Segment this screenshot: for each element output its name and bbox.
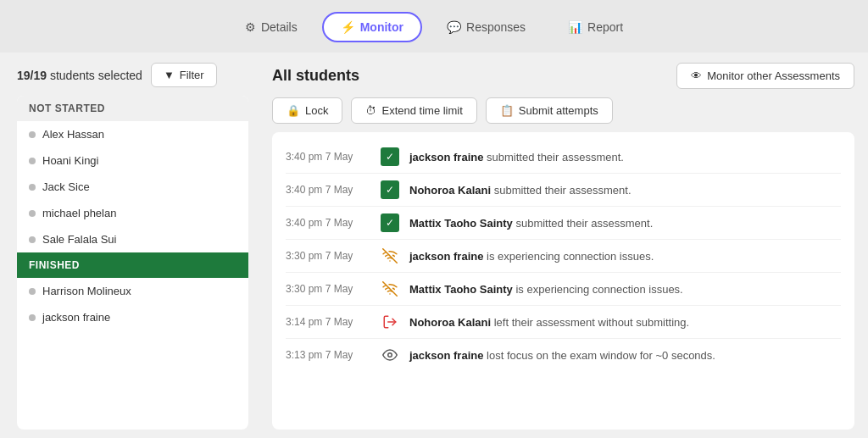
student-name: Jack Sice	[42, 180, 90, 193]
activity-time: 3:40 pm 7 May	[286, 217, 370, 229]
student-count-row: 19/19 students selected ▼ Filter	[17, 63, 248, 87]
activity-time: 3:14 pm 7 May	[286, 316, 370, 328]
activity-feed: 3:40 pm 7 May✓jackson fraine submitted t…	[272, 132, 854, 430]
activity-text: Mattix Taoho Sainty submitted their asse…	[409, 217, 841, 230]
status-dot	[29, 158, 36, 164]
student-name: Sale Falala Sui	[42, 233, 116, 246]
activity-text: jackson fraine submitted their assessmen…	[409, 151, 841, 164]
report-tab-icon: 📊	[568, 20, 582, 34]
activity-time: 3:30 pm 7 May	[286, 250, 370, 262]
activity-item: 3:40 pm 7 May✓jackson fraine submitted t…	[286, 141, 841, 174]
lock-label: Lock	[305, 104, 328, 117]
activity-item: 3:30 pm 7 MayMattix Taoho Sainty is expe…	[286, 273, 841, 306]
activity-text: Nohoroa Kalani submitted their assessmen…	[409, 184, 841, 197]
list-item[interactable]: Harrison Molineux	[17, 278, 248, 304]
status-dot	[29, 288, 36, 295]
activity-text: Nohoroa Kalani left their assessment wit…	[409, 316, 841, 329]
monitor-eye-icon: 👁	[691, 69, 702, 82]
activity-time: 3:40 pm 7 May	[286, 151, 370, 163]
check-icon: ✓	[381, 213, 399, 232]
activity-text: Mattix Taoho Sainty is experiencing conn…	[409, 283, 841, 296]
student-count: 19/19 students selected	[17, 69, 142, 82]
eye-icon	[381, 346, 399, 364]
not-started-list: Alex HassanHoani KingiJack Sicemichael p…	[17, 121, 248, 252]
submit-attempts-icon: 📋	[500, 104, 514, 117]
activity-text: jackson fraine lost focus on the exam wi…	[409, 349, 841, 362]
responses-tab-icon: 💬	[447, 20, 461, 34]
extend-time-label: Extend time limit	[381, 104, 462, 117]
list-item[interactable]: michael phelan	[17, 200, 248, 226]
responses-tab-label: Responses	[466, 20, 526, 34]
left-panel: 19/19 students selected ▼ Filter NOT STA…	[0, 53, 259, 438]
check-icon: ✓	[381, 180, 399, 199]
activity-time: 3:40 pm 7 May	[286, 184, 370, 196]
tab-monitor[interactable]: ⚡Monitor	[322, 12, 422, 42]
submit-attempts-button[interactable]: 📋Submit attempts	[486, 97, 613, 124]
tab-responses[interactable]: 💬Responses	[429, 13, 543, 42]
check-icon: ✓	[381, 147, 399, 166]
exit-icon	[381, 313, 399, 331]
monitor-tab-label: Monitor	[360, 20, 403, 34]
student-name: Alex Hassan	[42, 128, 104, 141]
student-name: jackson fraine	[42, 311, 110, 324]
student-count-number: 19/19	[17, 69, 47, 82]
svg-point-3	[388, 353, 392, 358]
tab-report[interactable]: 📊Report	[550, 13, 641, 42]
activity-time: 3:13 pm 7 May	[286, 349, 370, 361]
tab-details[interactable]: ⚙Details	[227, 13, 315, 42]
right-top-row: All students 👁 Monitor other Assessments	[272, 63, 854, 89]
lock-button[interactable]: 🔒Lock	[272, 97, 342, 124]
lock-icon: 🔒	[287, 104, 300, 117]
action-row: 🔒Lock⏱Extend time limit📋Submit attempts	[272, 97, 854, 124]
student-name: Harrison Molineux	[42, 285, 131, 297]
filter-button[interactable]: ▼ Filter	[151, 63, 217, 87]
report-tab-label: Report	[587, 20, 623, 34]
filter-label: Filter	[180, 69, 204, 81]
finished-list: Harrison Molineuxjackson fraine	[17, 278, 248, 330]
list-item[interactable]: jackson fraine	[17, 304, 248, 330]
status-dot	[29, 210, 36, 217]
details-tab-icon: ⚙	[245, 20, 256, 34]
list-item[interactable]: Hoani Kingi	[17, 147, 248, 174]
monitor-tab-icon: ⚡	[341, 20, 355, 34]
activity-item: 3:13 pm 7 Mayjackson fraine lost focus o…	[286, 339, 841, 371]
extend-time-icon: ⏱	[365, 104, 376, 117]
status-dot	[29, 236, 36, 243]
submit-attempts-label: Submit attempts	[519, 104, 598, 117]
details-tab-label: Details	[261, 20, 298, 34]
finished-header: FINISHED	[17, 252, 248, 278]
monitor-other-label: Monitor other Assessments	[707, 69, 840, 82]
tab-bar: ⚙Details⚡Monitor💬Responses📊Report	[0, 0, 868, 53]
right-panel: All students 👁 Monitor other Assessments…	[259, 53, 868, 438]
status-dot	[29, 184, 36, 191]
student-name: Hoani Kingi	[42, 154, 99, 167]
list-item[interactable]: Jack Sice	[17, 174, 248, 200]
student-list-container: NOT STARTED Alex HassanHoani KingiJack S…	[17, 96, 248, 430]
student-name: michael phelan	[42, 207, 116, 219]
activity-text: jackson fraine is experiencing connectio…	[409, 250, 841, 263]
activity-time: 3:30 pm 7 May	[286, 283, 370, 295]
wifi-warning-icon	[381, 247, 399, 265]
monitor-other-button[interactable]: 👁 Monitor other Assessments	[676, 63, 854, 89]
activity-item: 3:40 pm 7 May✓Nohoroa Kalani submitted t…	[286, 174, 841, 207]
wifi-warning-icon	[381, 280, 399, 298]
activity-item: 3:30 pm 7 Mayjackson fraine is experienc…	[286, 240, 841, 273]
all-students-title: All students	[272, 67, 359, 85]
main-content: 19/19 students selected ▼ Filter NOT STA…	[0, 53, 868, 438]
extend-time-button[interactable]: ⏱Extend time limit	[351, 97, 476, 124]
activity-item: 3:40 pm 7 May✓Mattix Taoho Sainty submit…	[286, 207, 841, 240]
filter-icon: ▼	[164, 69, 175, 81]
status-dot	[29, 131, 36, 138]
not-started-header: NOT STARTED	[17, 96, 248, 121]
status-dot	[29, 314, 36, 321]
list-item[interactable]: Sale Falala Sui	[17, 226, 248, 252]
activity-item: 3:14 pm 7 MayNohoroa Kalani left their a…	[286, 306, 841, 339]
list-item[interactable]: Alex Hassan	[17, 121, 248, 147]
students-selected-label: students selected	[50, 69, 142, 82]
